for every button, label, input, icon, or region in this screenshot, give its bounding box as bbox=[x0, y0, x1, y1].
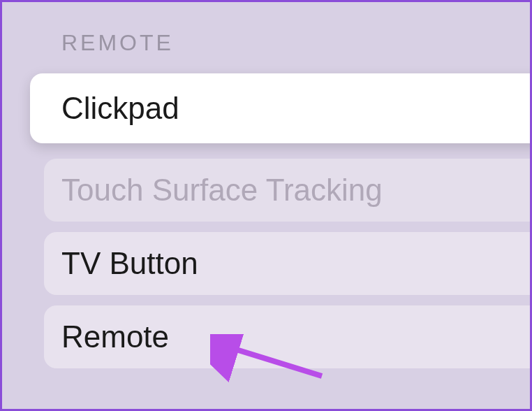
menu-item-clickpad[interactable]: Clickpad bbox=[30, 73, 532, 143]
settings-panel: REMOTE Clickpad Touch Surface Tracking T… bbox=[2, 2, 530, 379]
menu-item-label: Touch Surface Tracking bbox=[61, 173, 383, 208]
menu-list: Clickpad Touch Surface Tracking TV Butto… bbox=[44, 73, 530, 379]
menu-item-label: Clickpad bbox=[61, 91, 179, 126]
menu-item-label: TV Button bbox=[61, 246, 198, 281]
menu-item-tv-button[interactable]: TV Button bbox=[44, 232, 532, 295]
menu-item-label: Remote bbox=[61, 319, 169, 354]
section-header-remote: REMOTE bbox=[61, 30, 530, 56]
menu-item-remote[interactable]: Remote bbox=[44, 305, 532, 368]
menu-item-touch-surface-tracking[interactable]: Touch Surface Tracking bbox=[44, 159, 532, 222]
